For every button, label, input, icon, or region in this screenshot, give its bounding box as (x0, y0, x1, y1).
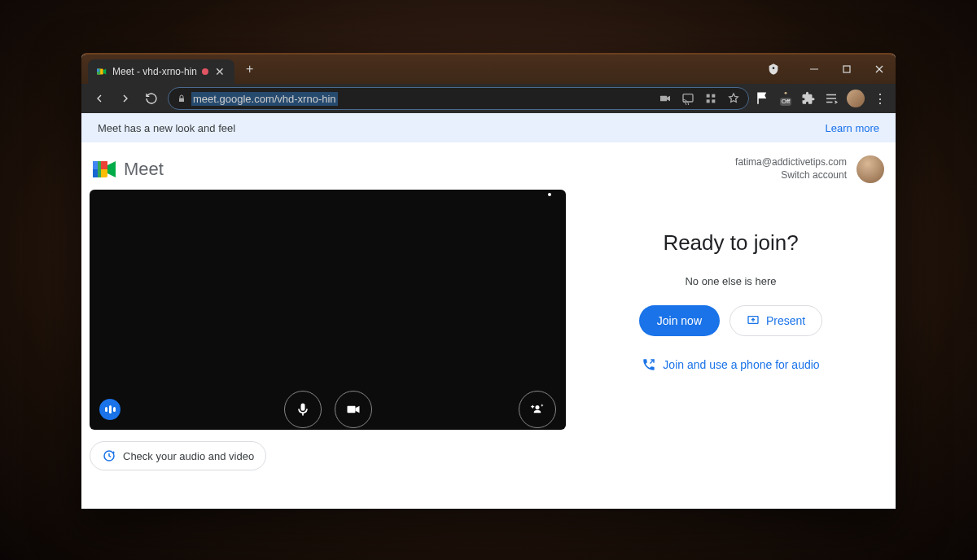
extensions-puzzle-icon[interactable] (801, 91, 816, 106)
join-buttons: Join now Present (639, 305, 823, 336)
svg-rect-14 (712, 99, 715, 103)
learn-more-link[interactable]: Learn more (826, 122, 879, 134)
info-banner: Meet has a new look and feel Learn more (81, 113, 896, 142)
browser-window: Meet - vhd-xrno-hin ✕ + meet.google.com/… (81, 53, 896, 509)
microphone-toggle-button[interactable] (284, 391, 322, 428)
settings-check-icon (102, 448, 116, 463)
svg-rect-5 (843, 66, 850, 72)
join-phone-label: Join and use a phone for audio (663, 358, 819, 371)
new-tab-button[interactable]: + (234, 62, 265, 77)
join-panel: Ready to join? No one else is here Join … (574, 190, 887, 470)
svg-point-15 (785, 92, 787, 94)
browser-toolbar: meet.google.com/vhd-xrno-hin Off ⋮ (81, 84, 896, 113)
minimize-button[interactable] (798, 55, 830, 84)
reading-list-icon[interactable] (824, 91, 839, 106)
grid-icon[interactable] (704, 92, 717, 105)
account-email: fatima@addictivetips.com (735, 156, 847, 169)
svg-rect-11 (707, 94, 710, 98)
video-preview (90, 190, 566, 430)
titlebar: Meet - vhd-xrno-hin ✕ + (81, 55, 896, 84)
maximize-button[interactable] (830, 55, 863, 84)
present-button[interactable]: Present (729, 305, 822, 336)
recording-indicator-icon (202, 68, 208, 75)
reload-button[interactable] (142, 89, 161, 108)
cast-icon[interactable] (681, 92, 694, 105)
meet-logo: Meet (93, 159, 164, 180)
browser-tab[interactable]: Meet - vhd-xrno-hin ✕ (88, 59, 234, 84)
present-screen-icon (747, 314, 760, 327)
lock-icon (177, 94, 186, 103)
bookmark-star-icon[interactable] (727, 92, 740, 105)
url-text: meet.google.com/vhd-xrno-hin (191, 92, 338, 106)
tab-close-button[interactable]: ✕ (213, 65, 226, 78)
svg-rect-9 (660, 96, 667, 102)
meet-logo-icon (93, 160, 117, 179)
page-content: Meet fatima@addictivetips.com Switch acc… (81, 142, 896, 509)
page-header: Meet fatima@addictivetips.com Switch acc… (90, 155, 887, 190)
profile-avatar-button[interactable] (847, 90, 865, 107)
svg-rect-23 (101, 161, 107, 169)
product-name: Meet (124, 159, 164, 180)
window-controls (767, 55, 896, 84)
join-subtitle: No one else is here (685, 275, 776, 287)
camera-indicator-icon[interactable] (659, 92, 672, 105)
visual-effects-button[interactable] (519, 391, 556, 428)
check-audio-video-button[interactable]: Check your audio and video (90, 441, 266, 470)
extension-off-badge[interactable]: Off (778, 91, 793, 106)
join-title: Ready to join? (663, 230, 798, 256)
tab-title: Meet - vhd-xrno-hin (112, 66, 197, 77)
switch-account-link[interactable]: Switch account (735, 169, 847, 182)
join-phone-link[interactable]: Join and use a phone for audio (642, 357, 819, 372)
close-window-button[interactable] (863, 55, 896, 84)
browser-menu-button[interactable]: ⋮ (873, 91, 887, 106)
address-bar[interactable]: meet.google.com/vhd-xrno-hin (168, 87, 749, 110)
meet-favicon-icon (96, 66, 107, 77)
preview-controls (99, 399, 556, 420)
svg-rect-13 (707, 99, 710, 103)
phone-icon (642, 357, 656, 372)
svg-rect-2 (97, 69, 99, 72)
svg-rect-22 (93, 169, 98, 177)
banner-text: Meet has a new look and feel (98, 122, 235, 134)
svg-rect-24 (347, 406, 355, 413)
svg-rect-10 (683, 94, 693, 102)
account-area: fatima@addictivetips.com Switch account (735, 155, 884, 183)
forward-button[interactable] (116, 89, 135, 108)
svg-rect-21 (93, 161, 98, 169)
shield-icon[interactable] (767, 63, 780, 76)
svg-point-3 (773, 67, 775, 69)
present-label: Present (766, 314, 805, 327)
svg-rect-12 (712, 94, 715, 98)
voice-activity-icon (99, 399, 120, 420)
svg-point-25 (536, 405, 540, 409)
account-avatar[interactable] (857, 155, 884, 183)
preview-column: Check your audio and video (90, 190, 566, 470)
join-now-button[interactable]: Join now (639, 305, 720, 336)
check-av-label: Check your audio and video (123, 450, 254, 462)
svg-rect-8 (179, 98, 184, 103)
preview-menu-icon[interactable] (548, 193, 551, 196)
extensions-area: Off ⋮ (756, 90, 887, 107)
main-row: Check your audio and video Ready to join… (90, 190, 887, 470)
camera-toggle-button[interactable] (335, 391, 372, 428)
back-button[interactable] (90, 89, 109, 108)
extension-flag-icon[interactable] (756, 91, 770, 106)
